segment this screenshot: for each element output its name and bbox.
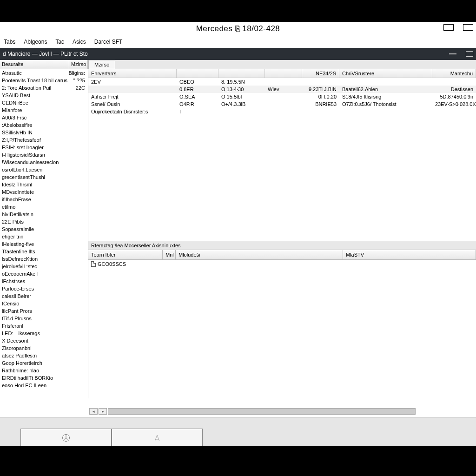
sidebar-item-label: osrotLtiorl:Laesen: [2, 166, 67, 173]
maximize-button[interactable]: [463, 24, 473, 31]
app-frame: Mercedes ⎘ 18/02-428 Tabs Ablgeons Tac A…: [0, 22, 476, 446]
tab-active[interactable]: Mzirso: [88, 60, 115, 69]
table-cell: BNRIE53: [302, 100, 339, 108]
lower-header[interactable]: MlaSTV: [343, 250, 476, 259]
lower-header[interactable]: Mloludeši: [176, 250, 343, 259]
sub-maximize-button[interactable]: [466, 51, 473, 57]
sidebar-item[interactable]: iHelesting-five: [0, 240, 88, 248]
sidebar-header-name[interactable]: Besuraite: [0, 60, 69, 69]
sidebar-item-value: [67, 323, 86, 329]
menu-tac[interactable]: Tac: [55, 39, 64, 45]
sidebar-item-value: [67, 166, 86, 173]
table-cell: 5D.87450:0i9n: [432, 93, 476, 100]
sidebar-item[interactable]: hivIDetilkatsin: [0, 211, 88, 218]
sidebar-item[interactable]: iFchstrses: [0, 278, 88, 285]
sidebar-item[interactable]: A00/3 Frsc: [0, 114, 88, 121]
table-row[interactable]: 2EVGBEO8. 19.5.5N: [88, 78, 476, 86]
grid-header[interactable]: Ehrvertarrs: [88, 69, 177, 78]
horizontal-scrollbar[interactable]: [108, 408, 416, 415]
grid-header[interactable]: [265, 69, 302, 78]
sidebar-item[interactable]: t-HigstersidiSdarsn: [0, 151, 88, 159]
sidebar-item[interactable]: 2: Tore Absoation Puil22C: [0, 84, 88, 92]
grid-header[interactable]: [218, 69, 265, 78]
sidebar-item-value: [67, 375, 86, 381]
status-bar: [0, 417, 476, 446]
sidebar-item[interactable]: tCensio: [0, 300, 88, 307]
sidebar-item[interactable]: Sopsesraimile: [0, 225, 88, 233]
bottom-tab-1[interactable]: [20, 429, 112, 446]
grid-header[interactable]: Mantechu: [432, 69, 476, 78]
grid-header[interactable]: NE34/2S: [302, 69, 339, 78]
sidebar-item[interactable]: oEceooernAkell: [0, 270, 88, 278]
nav-prev-button[interactable]: ◂: [89, 408, 98, 415]
sidebar-item[interactable]: LED:—iksserags: [0, 330, 88, 337]
sidebar-item[interactable]: !Wisecandu.anlsesrecion: [0, 159, 88, 166]
table-row[interactable]: Ssnel/ OusinO4P.RO+/4.3.3lBBNRIE53O7ZI:0…: [88, 100, 476, 108]
table-cell: S18/4JI5 Itlisrsng: [339, 93, 432, 100]
sidebar-item[interactable]: Tfastenfine Ilts: [0, 248, 88, 255]
sidebar-item[interactable]: Frisferanl: [0, 322, 88, 330]
sidebar-item[interactable]: X Decesont: [0, 337, 88, 344]
sidebar-item[interactable]: atsez Padfles:n: [0, 352, 88, 359]
sidebar-item-label: Parloce-Erses: [2, 285, 67, 292]
sidebar-item[interactable]: 22E Pibts: [0, 218, 88, 225]
mercedes-star-icon: [62, 434, 70, 442]
nav-next-button[interactable]: ▸: [99, 408, 107, 415]
sidebar-item[interactable]: Rathbhime: nlao: [0, 367, 88, 374]
sidebar-item[interactable]: AtrasuticBligins:: [0, 69, 88, 77]
sidebar-item[interactable]: ElRDtilhadiITt BORKio: [0, 374, 88, 382]
sidebar-item[interactable]: tTif.d Plrusns: [0, 315, 88, 322]
sidebar-item[interactable]: :Abslobssifire: [0, 121, 88, 129]
sidebar-item-label: Zisoropanbnl: [2, 345, 67, 351]
sidebar-item[interactable]: CEDNirBee: [0, 99, 88, 106]
sidebar-item[interactable]: Zisoropanbnl: [0, 344, 88, 352]
sidebar-item-label: Goop Horertieirch: [2, 360, 67, 366]
sidebar-item[interactable]: Goop Horertieirch: [0, 359, 88, 367]
sub-minimize-button[interactable]: [449, 53, 456, 54]
menu-tabs[interactable]: Tabs: [4, 39, 15, 45]
table-row[interactable]: Oujirckectaitn Disnrster:sI: [88, 108, 476, 115]
sidebar-item[interactable]: grecentlsentThushl: [0, 173, 88, 181]
sidebar-item-label: Rathbhime: nlao: [2, 367, 67, 374]
grid-header[interactable]: [177, 69, 218, 78]
table-row[interactable]: A.ihscr FrejtO.SEAO 15.5lbI0l I.0.20S18/…: [88, 93, 476, 100]
lower-header[interactable]: Mnl: [163, 250, 176, 259]
sidebar-item-value: [67, 92, 86, 99]
sidebar-item-label: Sopsesraimile: [2, 226, 67, 232]
table-row[interactable]: 0.8ERO 13·4·30Wiev9.23Ti J.BINBaatell62.…: [88, 86, 476, 93]
sidebar-item[interactable]: lilcPant Prors: [0, 307, 88, 315]
lower-header[interactable]: Tearn Ibfer: [88, 250, 163, 259]
sidebar-item[interactable]: jelroluefviL:stec: [0, 263, 88, 270]
sidebar-item[interactable]: MDvscInxtiete: [0, 188, 88, 196]
bottom-tab-2[interactable]: [112, 429, 203, 446]
sidebar-item[interactable]: calesli Belrer: [0, 292, 88, 300]
sidebar-item[interactable]: SSillislvHb IN: [0, 129, 88, 136]
sidebar-item-value: [67, 315, 86, 322]
sidebar-item-label: Ideslz Thrsml: [2, 181, 67, 188]
sidebar-item-value: [67, 337, 86, 344]
sidebar-item[interactable]: ESIH: srst Iroagler: [0, 144, 88, 151]
sidebar-item[interactable]: lssDefnrecKtion: [0, 255, 88, 263]
sidebar-item[interactable]: ehger trin: [0, 233, 88, 240]
menu-ablgeons[interactable]: Ablgeons: [24, 39, 47, 45]
menu-asics[interactable]: Asics: [73, 39, 86, 45]
sidebar-item-value: [67, 99, 86, 106]
sidebar-item[interactable]: eoso Horl EC ILeen: [0, 382, 88, 389]
sidebar-item-label: Pootenvits Tnast 18 bil carus: [2, 77, 67, 84]
sidebar-item[interactable]: etilmo: [0, 203, 88, 211]
sidebar-item[interactable]: Z:I,P/Thefessfeof: [0, 136, 88, 144]
sidebar-item[interactable]: osrotLtiorl:Laesen: [0, 166, 88, 173]
table-row[interactable]: GCO0SSCS: [88, 260, 476, 268]
sidebar-item[interactable]: Ideslz Thrsml: [0, 181, 88, 188]
sidebar-header-value[interactable]: Mzirso: [69, 60, 88, 69]
sidebar-item-label: CEDNirBee: [2, 99, 67, 106]
table-cell: Destissen: [432, 86, 476, 93]
menu-darcel[interactable]: Darcel SFT: [94, 39, 123, 45]
sidebar-item[interactable]: iflIhachFrase: [0, 196, 88, 203]
sidebar-item[interactable]: YSAIID Best: [0, 92, 88, 99]
sidebar-item[interactable]: Parloce-Erses: [0, 285, 88, 292]
sidebar-item[interactable]: MIanfore: [0, 106, 88, 114]
minimize-button[interactable]: [443, 24, 454, 31]
grid-header[interactable]: ChriVSrustere: [339, 69, 432, 78]
sidebar-item[interactable]: Pootenvits Tnast 18 bil carus" ??5: [0, 77, 88, 84]
